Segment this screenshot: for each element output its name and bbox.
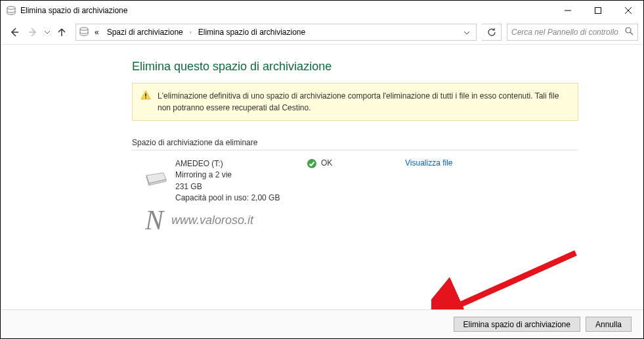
title-bar: Elimina spazio di archiviazione	[1, 1, 643, 20]
delete-storage-button[interactable]: Elimina spazio di archiviazione	[454, 317, 580, 332]
drive-icon	[144, 170, 175, 204]
navigation-bar: « Spazi di archiviazione › Elimina spazi…	[1, 20, 643, 44]
storage-space-row: AMEDEO (T:) Mirroring a 2 vie 231 GB Cap…	[132, 158, 578, 204]
maximize-button[interactable]	[583, 1, 613, 20]
svg-rect-2	[595, 8, 601, 14]
svg-line-9	[630, 32, 633, 35]
up-button[interactable]	[53, 24, 70, 41]
svg-point-12	[307, 159, 316, 168]
divider	[1, 44, 643, 45]
back-button[interactable]	[6, 24, 23, 41]
ok-icon	[307, 158, 317, 171]
storage-icon	[79, 26, 89, 39]
storage-size: 231 GB	[175, 181, 307, 192]
address-bar[interactable]: « Spazi di archiviazione › Elimina spazi…	[75, 24, 477, 41]
search-icon	[625, 27, 633, 37]
cancel-button[interactable]: Annulla	[586, 317, 632, 332]
storage-mode: Mirroring a 2 vie	[175, 170, 307, 181]
svg-point-0	[7, 7, 15, 9]
minimize-button[interactable]	[553, 1, 583, 20]
footer-bar: Elimina spazio di archiviazione Annulla	[1, 309, 643, 338]
page-title: Elimina questo spazio di archiviazione	[132, 60, 643, 74]
watermark-url: www.valoroso.it	[171, 214, 253, 227]
warning-text: L'eliminazione definitiva di uno spazio …	[158, 90, 570, 114]
warning-box: L'eliminazione definitiva di uno spazio …	[132, 83, 578, 121]
warning-icon	[140, 90, 151, 104]
window-controls	[553, 1, 643, 20]
svg-rect-11	[145, 97, 146, 99]
svg-rect-10	[145, 93, 146, 97]
storage-name: AMEDEO (T:)	[175, 158, 307, 170]
content-area: Elimina questo spazio di archiviazione L…	[1, 48, 643, 309]
chevron-right-icon: ›	[188, 29, 193, 35]
search-placeholder: Cerca nel Pannello di controllo	[511, 28, 618, 37]
chevron-down-icon[interactable]	[460, 29, 473, 36]
refresh-button[interactable]	[482, 24, 502, 41]
app-icon	[6, 5, 16, 16]
recent-locations-button[interactable]	[43, 31, 52, 34]
breadcrumb-item[interactable]: Spazi di archiviazione	[104, 26, 186, 38]
forward-button[interactable]	[24, 24, 41, 41]
breadcrumb-prefix: «	[92, 26, 102, 38]
search-input[interactable]: Cerca nel Pannello di controllo	[507, 24, 638, 41]
watermark: N www.valoroso.it	[145, 204, 253, 236]
storage-space-info: AMEDEO (T:) Mirroring a 2 vie 231 GB Cap…	[175, 158, 307, 204]
divider	[132, 150, 578, 150]
watermark-logo: N	[145, 204, 163, 236]
status-text: OK	[321, 158, 332, 168]
breadcrumb-item[interactable]: Elimina spazio di archiviazione	[196, 26, 308, 38]
svg-point-7	[80, 27, 88, 30]
storage-status: OK	[307, 158, 405, 204]
window-title: Elimina spazio di archiviazione	[20, 6, 127, 15]
storage-pool: Capacità pool in uso: 2,00 GB	[175, 192, 307, 204]
close-button[interactable]	[613, 1, 643, 20]
view-files-link[interactable]: Visualizza file	[405, 158, 452, 204]
section-label: Spazio di archiviazione da eliminare	[132, 138, 643, 147]
svg-point-8	[626, 28, 631, 33]
